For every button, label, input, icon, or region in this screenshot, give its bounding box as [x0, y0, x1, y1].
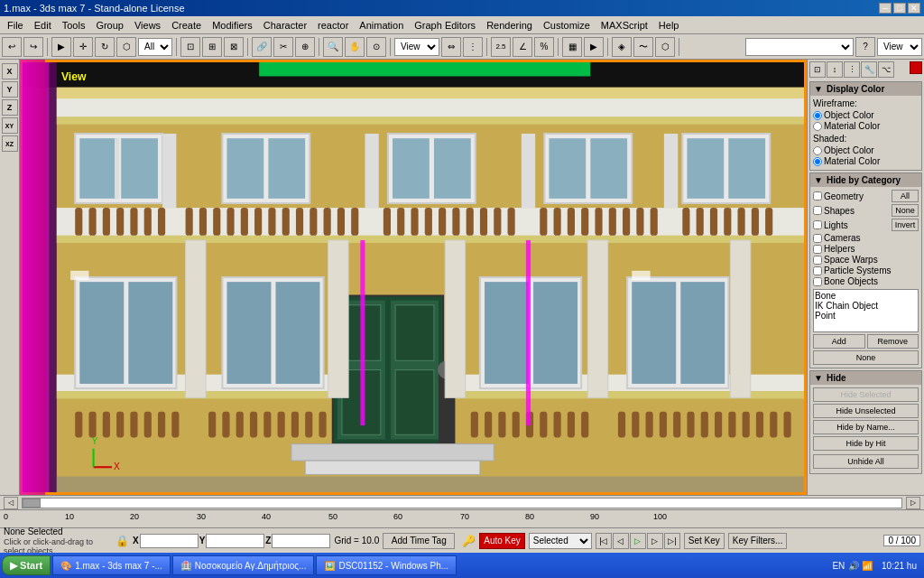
toolbar-move[interactable]: ✛: [73, 37, 93, 57]
key-filters-button[interactable]: Key Filters...: [728, 533, 788, 549]
toolbar-link[interactable]: 🔗: [252, 37, 272, 57]
axis-z[interactable]: Z: [2, 99, 18, 116]
unhide-all-button[interactable]: Unhide All: [813, 454, 919, 469]
menu-maxscript[interactable]: MAXScript: [596, 18, 653, 33]
toolbar-percent-snap[interactable]: %: [534, 37, 554, 57]
menu-rendering[interactable]: Rendering: [481, 18, 538, 33]
list-item-point[interactable]: Point: [815, 311, 917, 321]
timeline-left-btn[interactable]: ◁: [4, 497, 18, 509]
toolbar-snap[interactable]: 2.5: [491, 37, 511, 57]
toolbar-help[interactable]: ?: [855, 37, 875, 57]
shaded-material-color-radio[interactable]: [813, 157, 822, 166]
lock-icon[interactable]: 🔒: [116, 535, 129, 547]
none-button[interactable]: None: [892, 204, 919, 217]
toolbar-named-sel[interactable]: [745, 38, 854, 56]
play-btn[interactable]: ▷: [630, 533, 646, 549]
wireframe-material-color-radio[interactable]: [813, 122, 822, 131]
taskbar-hospital[interactable]: 🏥 Νοσοκομείο Αγ.Δημήτριος...: [172, 555, 315, 575]
toolbar-select-mode[interactable]: ⊡: [180, 37, 200, 57]
toolbar-pan[interactable]: ✋: [345, 37, 365, 57]
menu-customize[interactable]: Customize: [538, 18, 596, 33]
tab-motion[interactable]: ↕: [827, 61, 843, 78]
toolbar-redo[interactable]: ↪: [23, 37, 43, 57]
goto-start-btn[interactable]: |◁: [596, 533, 612, 549]
toolbar-angle-snap[interactable]: ∠: [513, 37, 532, 57]
toolbar-curve-editor[interactable]: 〜: [633, 37, 653, 57]
toolbar-view-dropdown[interactable]: View: [394, 38, 439, 56]
menu-group[interactable]: Group: [90, 18, 129, 33]
toolbar-scale[interactable]: ⬡: [116, 37, 136, 57]
axis-x[interactable]: X: [2, 63, 18, 79]
category-list[interactable]: Bone IK Chain Object Point: [813, 289, 919, 332]
shaded-object-color-radio[interactable]: [813, 146, 822, 155]
shapes-checkbox[interactable]: [813, 206, 822, 215]
geometry-checkbox[interactable]: [813, 191, 822, 200]
space-warps-checkbox[interactable]: [813, 256, 822, 265]
tab-utilities[interactable]: 🔧: [861, 61, 877, 78]
tab-modify[interactable]: ⌥: [878, 61, 894, 78]
toolbar-window-mode[interactable]: ⊞: [202, 37, 222, 57]
menu-help[interactable]: Help: [653, 18, 685, 33]
list-item-bone[interactable]: Bone: [815, 291, 917, 301]
toolbar-bind[interactable]: ⊕: [295, 37, 315, 57]
menu-tools[interactable]: Tools: [57, 18, 91, 33]
prev-frame-btn[interactable]: ◁: [613, 533, 629, 549]
hide-by-category-header[interactable]: ▼ Hide by Category: [810, 173, 921, 187]
taskbar-3dsmax[interactable]: 🎨 1.max - 3ds max 7 -...: [52, 555, 171, 575]
helpers-checkbox[interactable]: [813, 245, 822, 254]
add-time-tag-button[interactable]: Add Time Tag: [383, 533, 455, 549]
toolbar-rotate[interactable]: ↻: [95, 37, 115, 57]
hide-unselected-button[interactable]: Hide Unselected: [813, 404, 919, 418]
toolbar-crossing[interactable]: ⊠: [224, 37, 244, 57]
all-button[interactable]: All: [892, 190, 919, 202]
none-list-button[interactable]: None: [813, 350, 919, 365]
z-field[interactable]: [272, 534, 330, 548]
viewport[interactable]: View X Y: [20, 60, 807, 495]
toolbar-mirror[interactable]: ⇔: [441, 37, 461, 57]
toolbar-unlink[interactable]: ✂: [273, 37, 293, 57]
menu-animation[interactable]: Animation: [354, 18, 409, 33]
menu-graph-editors[interactable]: Graph Editors: [409, 18, 481, 33]
toolbar-undo[interactable]: ↩: [2, 37, 22, 57]
toolbar-select[interactable]: ▶: [51, 37, 71, 57]
menu-modifiers[interactable]: Modifiers: [207, 18, 258, 33]
toolbar-render-type[interactable]: ▦: [562, 37, 582, 57]
goto-end-btn[interactable]: ▷|: [664, 533, 680, 549]
maximize-button[interactable]: □: [893, 3, 906, 14]
menu-file[interactable]: File: [2, 18, 29, 33]
menu-create[interactable]: Create: [166, 18, 207, 33]
hide-by-hit-button[interactable]: Hide by Hit: [813, 436, 919, 451]
set-key-button[interactable]: Set Key: [684, 533, 725, 549]
menu-character[interactable]: Character: [258, 18, 312, 33]
minimize-button[interactable]: ─: [879, 3, 892, 14]
color-swatch-red[interactable]: [910, 61, 922, 74]
list-item-ikchain[interactable]: IK Chain Object: [815, 301, 917, 311]
add-button[interactable]: Add: [813, 334, 865, 349]
timeline-right-btn[interactable]: ▷: [906, 497, 920, 509]
toolbar-material[interactable]: ◈: [612, 37, 632, 57]
taskbar-photo[interactable]: 🖼️ DSC01152 - Windows Ph...: [316, 555, 457, 575]
toolbar-filter-dropdown[interactable]: All: [138, 38, 172, 56]
display-color-header[interactable]: ▼ Display Color: [810, 82, 921, 96]
cameras-checkbox[interactable]: [813, 234, 822, 243]
bone-objects-checkbox[interactable]: [813, 277, 822, 286]
toolbar-schematic[interactable]: ⬡: [655, 37, 675, 57]
toolbar-zoom[interactable]: 🔍: [323, 37, 343, 57]
toolbar-orbit[interactable]: ⊙: [366, 37, 386, 57]
menu-reactor[interactable]: reactor: [312, 18, 354, 33]
menu-views[interactable]: Views: [129, 18, 166, 33]
axis-xy[interactable]: XY: [2, 117, 18, 134]
hide-selected-button[interactable]: Hide Selected: [813, 387, 919, 402]
start-button[interactable]: ▶ Start: [2, 555, 51, 575]
toolbar-view-right[interactable]: View: [877, 38, 922, 56]
viewport-container[interactable]: View X Y: [20, 60, 807, 495]
axis-xz[interactable]: XZ: [2, 135, 18, 152]
toolbar-render[interactable]: ▶: [584, 37, 604, 57]
axis-y[interactable]: Y: [2, 81, 18, 98]
wireframe-object-color-radio[interactable]: [813, 111, 822, 120]
menu-edit[interactable]: Edit: [29, 18, 57, 33]
next-frame-btn[interactable]: ▷: [647, 533, 663, 549]
selected-dropdown[interactable]: Selected: [529, 533, 592, 549]
remove-button[interactable]: Remove: [867, 334, 919, 349]
invert-button[interactable]: Invert: [892, 219, 919, 231]
